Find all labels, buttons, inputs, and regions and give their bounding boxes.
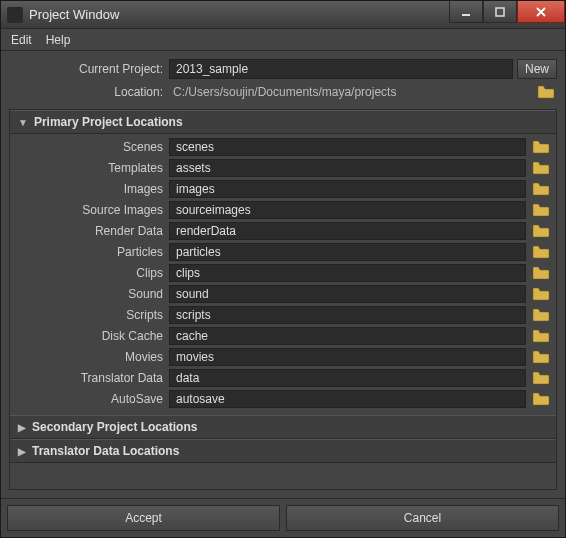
field-input[interactable] <box>169 369 526 387</box>
cancel-button[interactable]: Cancel <box>286 505 559 531</box>
field-label: Render Data <box>14 224 169 238</box>
folder-icon <box>532 245 550 259</box>
field-input[interactable] <box>169 264 526 282</box>
folder-icon <box>537 85 555 99</box>
browse-button[interactable] <box>530 138 552 156</box>
sections-scroll[interactable]: ▼ Primary Project Locations ScenesTempla… <box>9 109 557 490</box>
field-label: Scenes <box>14 140 169 154</box>
folder-icon <box>532 203 550 217</box>
field-input[interactable] <box>169 243 526 261</box>
browse-button[interactable] <box>530 243 552 261</box>
field-label: Source Images <box>14 203 169 217</box>
field-input[interactable] <box>169 285 526 303</box>
browse-button[interactable] <box>530 390 552 408</box>
accept-button[interactable]: Accept <box>7 505 280 531</box>
section-title-primary: Primary Project Locations <box>34 115 183 129</box>
browse-button[interactable] <box>530 180 552 198</box>
footer: Accept Cancel <box>1 498 565 537</box>
field-label: Translator Data <box>14 371 169 385</box>
field-input[interactable] <box>169 159 526 177</box>
section-body-primary: ScenesTemplatesImagesSource ImagesRender… <box>10 134 556 415</box>
field-input[interactable] <box>169 306 526 324</box>
field-input[interactable] <box>169 327 526 345</box>
field-row: Disk Cache <box>14 327 552 345</box>
content: Current Project: New Location: C:/Users/… <box>1 51 565 498</box>
folder-icon <box>532 182 550 196</box>
maximize-icon <box>495 7 505 17</box>
svg-rect-1 <box>496 8 504 16</box>
chevron-right-icon: ▶ <box>18 422 26 433</box>
location-value: C:/Users/soujin/Documents/maya/projects <box>169 83 531 101</box>
chevron-down-icon: ▼ <box>18 117 28 128</box>
svg-rect-0 <box>462 14 470 16</box>
section-header-translator[interactable]: ▶ Translator Data Locations <box>10 439 556 463</box>
folder-icon <box>532 161 550 175</box>
field-row: AutoSave <box>14 390 552 408</box>
folder-icon <box>532 350 550 364</box>
location-browse-button[interactable] <box>535 83 557 101</box>
field-row: Movies <box>14 348 552 366</box>
field-label: Sound <box>14 287 169 301</box>
field-label: Templates <box>14 161 169 175</box>
browse-button[interactable] <box>530 327 552 345</box>
section-title-translator: Translator Data Locations <box>32 444 179 458</box>
field-row: Images <box>14 180 552 198</box>
browse-button[interactable] <box>530 348 552 366</box>
close-icon <box>535 7 547 17</box>
minimize-icon <box>461 7 471 17</box>
browse-button[interactable] <box>530 264 552 282</box>
browse-button[interactable] <box>530 306 552 324</box>
field-row: Sound <box>14 285 552 303</box>
section-header-primary[interactable]: ▼ Primary Project Locations <box>10 110 556 134</box>
field-label: Particles <box>14 245 169 259</box>
field-input[interactable] <box>169 222 526 240</box>
folder-icon <box>532 392 550 406</box>
field-input[interactable] <box>169 138 526 156</box>
browse-button[interactable] <box>530 369 552 387</box>
field-input[interactable] <box>169 348 526 366</box>
field-row: Clips <box>14 264 552 282</box>
chevron-right-icon: ▶ <box>18 446 26 457</box>
section-header-secondary[interactable]: ▶ Secondary Project Locations <box>10 415 556 439</box>
folder-icon <box>532 371 550 385</box>
field-input[interactable] <box>169 390 526 408</box>
menubar: Edit Help <box>1 29 565 51</box>
field-label: Images <box>14 182 169 196</box>
field-row: Source Images <box>14 201 552 219</box>
field-label: Clips <box>14 266 169 280</box>
field-row: Translator Data <box>14 369 552 387</box>
field-label: Scripts <box>14 308 169 322</box>
browse-button[interactable] <box>530 222 552 240</box>
browse-button[interactable] <box>530 159 552 177</box>
menu-edit[interactable]: Edit <box>11 33 32 47</box>
location-label: Location: <box>9 85 169 99</box>
field-input[interactable] <box>169 180 526 198</box>
field-label: Disk Cache <box>14 329 169 343</box>
field-row: Templates <box>14 159 552 177</box>
window-controls <box>449 1 565 28</box>
browse-button[interactable] <box>530 285 552 303</box>
folder-icon <box>532 140 550 154</box>
window-title: Project Window <box>29 7 449 22</box>
field-row: Scripts <box>14 306 552 324</box>
close-button[interactable] <box>517 1 565 23</box>
field-label: Movies <box>14 350 169 364</box>
browse-button[interactable] <box>530 201 552 219</box>
field-input[interactable] <box>169 201 526 219</box>
titlebar[interactable]: Project Window <box>1 1 565 29</box>
section-title-secondary: Secondary Project Locations <box>32 420 197 434</box>
folder-icon <box>532 329 550 343</box>
field-row: Render Data <box>14 222 552 240</box>
menu-help[interactable]: Help <box>46 33 71 47</box>
new-button[interactable]: New <box>517 59 557 79</box>
app-icon <box>7 7 23 23</box>
minimize-button[interactable] <box>449 1 483 23</box>
folder-icon <box>532 224 550 238</box>
field-label: AutoSave <box>14 392 169 406</box>
location-row: Location: C:/Users/soujin/Documents/maya… <box>9 83 557 101</box>
maximize-button[interactable] <box>483 1 517 23</box>
current-project-input[interactable] <box>169 59 513 79</box>
folder-icon <box>532 266 550 280</box>
field-row: Particles <box>14 243 552 261</box>
folder-icon <box>532 308 550 322</box>
